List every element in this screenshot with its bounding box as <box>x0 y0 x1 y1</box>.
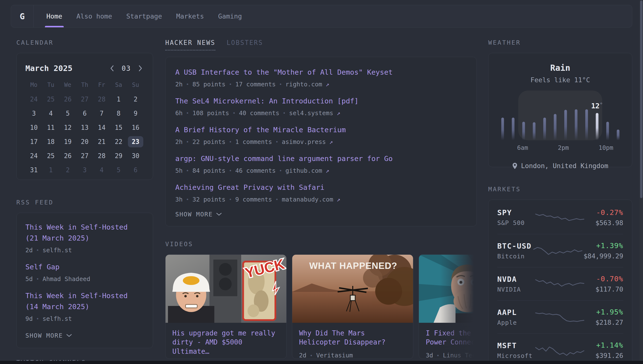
calendar-day: 2 <box>59 163 76 177</box>
market-left: NVDANVIDIA <box>497 275 534 293</box>
item-age: 2d <box>26 247 33 254</box>
weather-bar <box>543 118 546 140</box>
meta-dot: • <box>279 81 282 87</box>
weather-feels-like: Feels like 11°C <box>497 76 623 84</box>
market-left: AAPLApple <box>497 308 534 326</box>
market-row-btc-usd[interactable]: BTC-USDBitcoin+1.39%$84,999.29 <box>497 234 623 267</box>
calendar-day: 14 <box>93 120 110 135</box>
nav-tab-home[interactable]: Home <box>46 5 62 27</box>
item-source-link[interactable]: righto.com <box>285 81 322 88</box>
calendar-day: 9 <box>127 106 144 120</box>
item-source-link[interactable]: github.com <box>285 167 322 174</box>
nav-tab-gaming[interactable]: Gaming <box>218 5 242 27</box>
item-comments: 46 comments <box>235 167 276 174</box>
market-price: $563.98 <box>595 219 623 227</box>
weather-bar <box>512 118 514 140</box>
market-right: -0.27%$563.98 <box>585 208 623 227</box>
item-source-link[interactable]: asimov.press <box>282 138 326 146</box>
hour-label <box>613 144 623 151</box>
calendar-prev-icon[interactable] <box>108 65 116 72</box>
right-column: WEATHER Rain Feels like 11°C 12° 6am2pm1… <box>488 39 632 364</box>
market-sparkline <box>534 276 585 292</box>
market-name: Microsoft <box>497 352 534 359</box>
sparkline-chart <box>534 310 585 325</box>
tab-lobsters[interactable]: LOBSTERS <box>227 39 263 50</box>
what-happened-text: WHAT HAPPENED? <box>309 261 397 271</box>
calendar-day: 3 <box>26 106 42 120</box>
hn-title[interactable]: Achieving Great Privacy with Safari <box>175 183 324 192</box>
meta-dot: • <box>275 139 278 145</box>
market-price: $391.26 <box>595 352 623 359</box>
chevron-down-icon <box>66 334 72 338</box>
video-channel: Veritasium <box>316 352 353 359</box>
market-row-nvda[interactable]: NVDANVIDIA-0.70%$117.70 <box>497 267 623 300</box>
rss-item: This Week in Self-Hosted (14 March 2025)… <box>26 290 144 322</box>
nav-tab-also-home[interactable]: Also home <box>77 5 112 27</box>
market-left: SPYS&P 500 <box>497 208 534 226</box>
weather-bar-column <box>581 94 592 140</box>
hn-meta: 5h•84 points•46 comments•github.com↗ <box>175 167 467 174</box>
market-row-spy[interactable]: SPYS&P 500-0.27%$563.98 <box>497 201 623 234</box>
sparkline-chart <box>534 210 585 225</box>
hn-meta: 2h•22 points•1 comments•asimov.press↗ <box>175 138 467 146</box>
calendar-day: 12 <box>59 120 76 135</box>
meta-dot: • <box>36 247 39 253</box>
item-source: Ahmad Shadeed <box>43 276 90 282</box>
rss-title[interactable]: This Week in Self-Hosted (14 March 2025) <box>26 292 128 311</box>
video-title: His upgrade got me really dirty - AMD $5… <box>172 328 280 356</box>
video-title: Why Did The Mars Helicopter Disappear? <box>299 328 406 347</box>
meta-dot: • <box>283 110 286 116</box>
nav-tab-startpage[interactable]: Startpage <box>126 5 162 27</box>
location-pin-icon <box>512 162 517 169</box>
weather-bar-column <box>571 94 581 140</box>
hour-label <box>579 144 589 151</box>
item-source-link[interactable]: sel4.systems <box>289 110 333 116</box>
video-thumbnail: YUCK <box>166 255 287 323</box>
page-scrollbar-thumb[interactable] <box>640 0 642 198</box>
weather-bar-column <box>539 94 550 140</box>
markets-widget: SPYS&P 500-0.27%$563.98BTC-USDBitcoin+1.… <box>488 200 632 364</box>
hn-title[interactable]: A Brief History of the Miracle Bacterium <box>175 126 346 134</box>
calendar-month-number: 03 <box>122 64 131 72</box>
rss-title[interactable]: This Week in Self-Hosted (21 March 2025) <box>26 223 128 242</box>
item-comments: 1 comments <box>235 138 272 146</box>
video-card-ltt-upgrade[interactable]: YUCK His upgrade got me really dirty - A… <box>165 254 287 359</box>
calendar-weekday: Mo <box>26 82 42 90</box>
market-symbol: AAPL <box>497 308 534 317</box>
video-card-ltt-connector[interactable]: DO T T <box>419 254 477 359</box>
meta-dot: • <box>186 110 189 116</box>
hn-item: argp: GNU-style command line argument pa… <box>175 153 467 174</box>
weather-bar-column: 12° <box>592 94 602 140</box>
tab-hacker-news[interactable]: HACKER NEWS <box>165 39 215 50</box>
weather-bar-column <box>550 94 560 140</box>
hn-item: The SeL4 Microkernel: An Introduction [p… <box>175 96 467 116</box>
market-left: BTC-USDBitcoin <box>497 242 532 260</box>
page-scrollbar-track[interactable] <box>639 0 643 364</box>
weather-bar <box>575 109 577 140</box>
weather-bar-column <box>518 94 529 140</box>
calendar-day: 16 <box>127 120 144 135</box>
item-age: 2h <box>175 138 183 146</box>
hn-title[interactable]: The SeL4 Microkernel: An Introduction [p… <box>175 97 359 105</box>
weather-bar <box>501 118 504 140</box>
hn-show-more-button[interactable]: SHOW MORE <box>175 211 222 218</box>
calendar-next-icon[interactable] <box>137 65 144 72</box>
weather-bar-current <box>596 113 598 140</box>
weather-condition: Rain <box>497 63 623 73</box>
rss-show-more-button[interactable]: SHOW MORE <box>26 332 72 339</box>
rss-title[interactable]: Self Gap <box>26 263 60 271</box>
middle-column: HACKER NEWS LOBSTERS A USB Interface to … <box>165 39 477 359</box>
item-source: selfh.st <box>43 315 72 322</box>
item-points: 84 points <box>192 167 225 174</box>
calendar-weekday: Fr <box>93 82 110 90</box>
external-link-icon: ↗ <box>326 81 329 88</box>
weather-bar-column <box>560 94 571 140</box>
market-row-aapl[interactable]: AAPLApple+1.95%$218.27 <box>497 300 623 334</box>
item-source-link[interactable]: matanabudy.com <box>282 196 333 203</box>
market-row-msft[interactable]: MSFTMicrosoft+1.14%$391.26 <box>497 334 623 364</box>
video-card-mars-helicopter[interactable]: WHAT HAPPENED? Why Did The Mars Helicopt… <box>292 254 413 359</box>
hn-title[interactable]: argp: GNU-style command line argument pa… <box>175 154 393 163</box>
nav-tab-markets[interactable]: Markets <box>176 5 204 27</box>
market-symbol: SPY <box>497 208 534 217</box>
hn-title[interactable]: A USB Interface to the "Mother of All De… <box>175 68 393 76</box>
